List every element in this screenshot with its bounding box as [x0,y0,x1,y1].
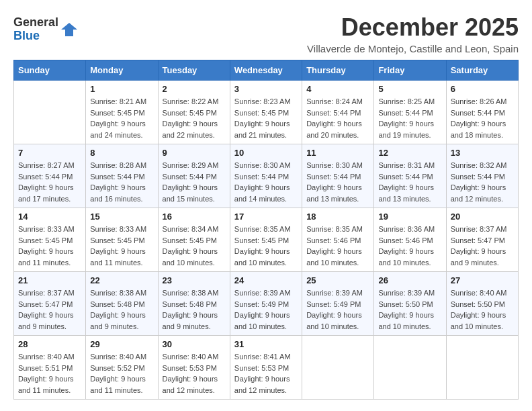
day-number: 11 [306,148,369,158]
day-number: 31 [234,339,298,349]
calendar-cell: 23Sunrise: 8:38 AMSunset: 5:48 PMDayligh… [158,272,230,336]
calendar-cell: 1Sunrise: 8:21 AMSunset: 5:45 PMDaylight… [86,81,158,144]
day-number: 16 [163,212,226,222]
weekday-header: Tuesday [158,60,230,81]
day-number: 28 [18,339,81,349]
calendar-cell: 2Sunrise: 8:22 AMSunset: 5:45 PMDaylight… [158,81,230,144]
weekday-header-row: SundayMondayTuesdayWednesdayThursdayFrid… [14,60,519,81]
day-number: 29 [90,339,153,349]
day-number: 15 [90,212,153,222]
calendar-week-row: 28Sunrise: 8:40 AMSunset: 5:51 PMDayligh… [14,336,519,400]
day-info: Sunrise: 8:36 AMSunset: 5:46 PMDaylight:… [378,224,441,268]
weekday-header: Wednesday [230,60,302,81]
title-block: December 2025 Villaverde de Montejo, Cas… [307,13,519,54]
calendar-cell: 7Sunrise: 8:27 AMSunset: 5:44 PMDaylight… [14,144,86,208]
day-info: Sunrise: 8:25 AMSunset: 5:44 PMDaylight:… [378,96,441,140]
weekday-header: Friday [374,60,446,81]
logo-icon [60,20,79,39]
day-info: Sunrise: 8:22 AMSunset: 5:45 PMDaylight:… [163,96,226,140]
day-info: Sunrise: 8:33 AMSunset: 5:45 PMDaylight:… [90,224,153,268]
calendar-cell [374,336,446,400]
day-number: 12 [378,148,441,158]
day-info: Sunrise: 8:26 AMSunset: 5:44 PMDaylight:… [451,96,514,140]
calendar-cell: 5Sunrise: 8:25 AMSunset: 5:44 PMDaylight… [374,81,446,144]
day-info: Sunrise: 8:34 AMSunset: 5:45 PMDaylight:… [163,224,226,268]
day-number: 4 [306,84,369,94]
day-number: 18 [306,212,369,222]
calendar-cell: 22Sunrise: 8:38 AMSunset: 5:48 PMDayligh… [86,272,158,336]
day-number: 6 [451,84,514,94]
calendar-cell: 24Sunrise: 8:39 AMSunset: 5:49 PMDayligh… [230,272,302,336]
day-info: Sunrise: 8:27 AMSunset: 5:44 PMDaylight:… [18,160,81,204]
day-number: 7 [18,148,81,158]
calendar-cell: 30Sunrise: 8:40 AMSunset: 5:53 PMDayligh… [158,336,230,400]
calendar-cell: 18Sunrise: 8:35 AMSunset: 5:46 PMDayligh… [302,208,374,272]
calendar-cell: 29Sunrise: 8:40 AMSunset: 5:52 PMDayligh… [86,336,158,400]
calendar-cell: 15Sunrise: 8:33 AMSunset: 5:45 PMDayligh… [86,208,158,272]
calendar-week-row: 21Sunrise: 8:37 AMSunset: 5:47 PMDayligh… [14,272,519,336]
calendar-table: SundayMondayTuesdayWednesdayThursdayFrid… [13,60,519,400]
day-number: 20 [451,212,514,222]
calendar-cell: 11Sunrise: 8:30 AMSunset: 5:44 PMDayligh… [302,144,374,208]
calendar-week-row: 7Sunrise: 8:27 AMSunset: 5:44 PMDaylight… [14,144,519,208]
day-number: 19 [378,212,441,222]
day-number: 21 [18,275,81,285]
calendar-cell: 17Sunrise: 8:35 AMSunset: 5:45 PMDayligh… [230,208,302,272]
day-info: Sunrise: 8:40 AMSunset: 5:52 PMDaylight:… [90,351,153,396]
day-info: Sunrise: 8:40 AMSunset: 5:51 PMDaylight:… [18,351,81,396]
day-info: Sunrise: 8:29 AMSunset: 5:44 PMDaylight:… [163,160,226,204]
day-number: 3 [234,84,298,94]
day-number: 26 [378,275,441,285]
day-info: Sunrise: 8:23 AMSunset: 5:45 PMDaylight:… [234,96,298,140]
logo: General Blue [13,16,79,43]
day-info: Sunrise: 8:40 AMSunset: 5:50 PMDaylight:… [451,287,514,332]
day-info: Sunrise: 8:40 AMSunset: 5:53 PMDaylight:… [163,351,226,396]
calendar-cell: 28Sunrise: 8:40 AMSunset: 5:51 PMDayligh… [14,336,86,400]
calendar-cell: 13Sunrise: 8:32 AMSunset: 5:44 PMDayligh… [446,144,518,208]
day-number: 24 [234,275,298,285]
day-info: Sunrise: 8:24 AMSunset: 5:44 PMDaylight:… [306,96,369,140]
day-info: Sunrise: 8:35 AMSunset: 5:46 PMDaylight:… [306,224,369,268]
calendar-cell: 26Sunrise: 8:39 AMSunset: 5:50 PMDayligh… [374,272,446,336]
day-number: 1 [90,84,153,94]
day-info: Sunrise: 8:33 AMSunset: 5:45 PMDaylight:… [18,224,81,268]
calendar-cell: 25Sunrise: 8:39 AMSunset: 5:49 PMDayligh… [302,272,374,336]
day-info: Sunrise: 8:30 AMSunset: 5:44 PMDaylight:… [234,160,298,204]
day-info: Sunrise: 8:21 AMSunset: 5:45 PMDaylight:… [90,96,153,140]
calendar-week-row: 14Sunrise: 8:33 AMSunset: 5:45 PMDayligh… [14,208,519,272]
location: Villaverde de Montejo, Castille and Leon… [307,43,519,54]
page-header: General Blue December 2025 Villaverde de… [13,13,519,54]
day-number: 23 [163,275,226,285]
calendar-cell: 21Sunrise: 8:37 AMSunset: 5:47 PMDayligh… [14,272,86,336]
day-number: 8 [90,148,153,158]
day-number: 25 [306,275,369,285]
calendar-cell: 16Sunrise: 8:34 AMSunset: 5:45 PMDayligh… [158,208,230,272]
day-info: Sunrise: 8:35 AMSunset: 5:45 PMDaylight:… [234,224,298,268]
calendar-week-row: 1Sunrise: 8:21 AMSunset: 5:45 PMDaylight… [14,81,519,144]
day-number: 27 [451,275,514,285]
day-info: Sunrise: 8:38 AMSunset: 5:48 PMDaylight:… [163,287,226,332]
day-number: 9 [163,148,226,158]
weekday-header: Saturday [446,60,518,81]
day-number: 5 [378,84,441,94]
day-info: Sunrise: 8:28 AMSunset: 5:44 PMDaylight:… [90,160,153,204]
weekday-header: Monday [86,60,158,81]
day-number: 10 [234,148,298,158]
day-info: Sunrise: 8:39 AMSunset: 5:50 PMDaylight:… [378,287,441,332]
calendar-cell: 20Sunrise: 8:37 AMSunset: 5:47 PMDayligh… [446,208,518,272]
day-info: Sunrise: 8:32 AMSunset: 5:44 PMDaylight:… [451,160,514,204]
day-info: Sunrise: 8:39 AMSunset: 5:49 PMDaylight:… [306,287,369,332]
calendar-cell: 14Sunrise: 8:33 AMSunset: 5:45 PMDayligh… [14,208,86,272]
calendar-cell: 12Sunrise: 8:31 AMSunset: 5:44 PMDayligh… [374,144,446,208]
day-info: Sunrise: 8:41 AMSunset: 5:53 PMDaylight:… [234,351,298,396]
calendar-cell: 3Sunrise: 8:23 AMSunset: 5:45 PMDaylight… [230,81,302,144]
svg-marker-0 [61,23,77,36]
day-number: 2 [163,84,226,94]
weekday-header: Sunday [14,60,86,81]
month-title: December 2025 [307,13,519,42]
day-info: Sunrise: 8:37 AMSunset: 5:47 PMDaylight:… [451,224,514,268]
day-info: Sunrise: 8:31 AMSunset: 5:44 PMDaylight:… [378,160,441,204]
calendar-cell: 8Sunrise: 8:28 AMSunset: 5:44 PMDaylight… [86,144,158,208]
calendar-cell: 10Sunrise: 8:30 AMSunset: 5:44 PMDayligh… [230,144,302,208]
calendar-cell: 19Sunrise: 8:36 AMSunset: 5:46 PMDayligh… [374,208,446,272]
